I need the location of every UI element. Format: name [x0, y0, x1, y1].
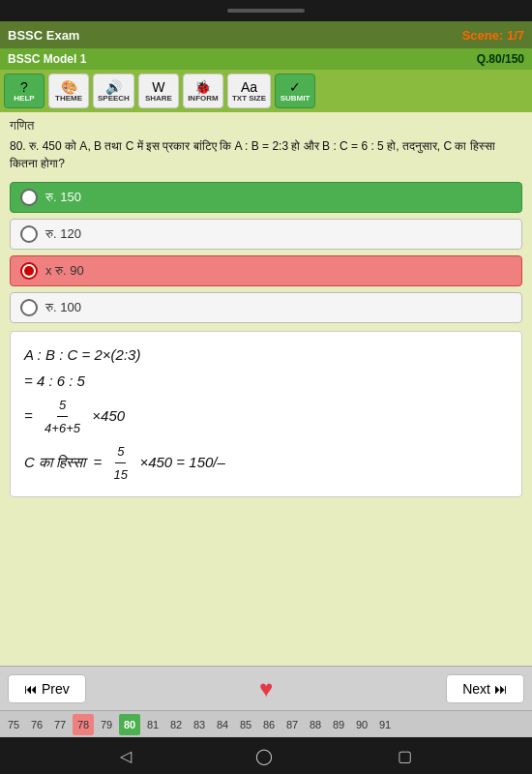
- submit-button[interactable]: ✓ SUBMIT: [275, 74, 315, 108]
- option-c-radio: [20, 262, 38, 280]
- theme-label: THEME: [55, 94, 82, 103]
- theme-icon: 🎨: [61, 80, 77, 94]
- qnum-88[interactable]: 88: [305, 714, 326, 735]
- fraction1-num: 5: [57, 394, 68, 417]
- solution-box: A : B : C = 2×(2:3) = 4 : 6 : 5 = 5 4+6+…: [10, 331, 522, 497]
- help-label: Help: [14, 94, 34, 103]
- qnum-80[interactable]: 80: [119, 714, 140, 735]
- prev-icon: ⏮: [24, 681, 38, 697]
- header-sub: BSSC Model 1 Q.80/150: [0, 48, 532, 70]
- recent-button[interactable]: ▢: [398, 747, 412, 765]
- next-button[interactable]: Next ⏭: [446, 674, 524, 703]
- qnum-78[interactable]: 78: [73, 714, 94, 735]
- option-a-radio: [20, 189, 38, 206]
- txtsize-icon: Aa: [241, 80, 257, 94]
- speech-label: SPEECH: [98, 94, 130, 103]
- qnum-90[interactable]: 90: [351, 714, 372, 735]
- option-d-text: रु. 100: [45, 300, 81, 315]
- submit-icon: ✓: [289, 80, 301, 94]
- share-button[interactable]: W SHARE: [138, 74, 179, 108]
- share-label: SHARE: [145, 94, 172, 103]
- qnum-89[interactable]: 89: [328, 714, 349, 735]
- fraction1-den: 4+6+5: [43, 417, 82, 439]
- exam-title: BSSC Exam: [8, 28, 79, 43]
- qnum-91[interactable]: 91: [374, 714, 396, 735]
- qnum-84[interactable]: 84: [212, 714, 233, 735]
- option-c-text: x रु. 90: [45, 263, 84, 279]
- toolbar: ? Help 🎨 THEME 🔊 SPEECH W SHARE 🐞 INFORM…: [0, 70, 532, 112]
- fraction2-num: 5: [115, 440, 126, 463]
- option-b-text: रु. 120: [45, 226, 81, 242]
- theme-button[interactable]: 🎨 THEME: [48, 74, 89, 108]
- question-text: 80. रु. 450 को A, B तथा C में इस प्रकार …: [10, 137, 522, 172]
- help-button[interactable]: ? Help: [4, 74, 44, 108]
- qnum-79[interactable]: 79: [96, 714, 117, 735]
- device-top-bar: [0, 0, 532, 21]
- option-a-text: रु. 150: [45, 190, 81, 205]
- inform-button[interactable]: 🐞 INFORM: [183, 74, 223, 108]
- option-d[interactable]: रु. 100: [10, 292, 522, 323]
- qnum-82[interactable]: 82: [165, 714, 187, 735]
- qnum-75[interactable]: 75: [3, 714, 24, 735]
- q-score: Q.80/150: [477, 52, 524, 66]
- option-b-radio: [20, 225, 38, 243]
- solution-line4: C का हिस्सा = 5 15 ×450 = 150/–: [24, 440, 508, 487]
- prev-label: Prev: [42, 681, 70, 697]
- qnum-85[interactable]: 85: [235, 714, 256, 735]
- qnum-76[interactable]: 76: [26, 714, 47, 735]
- txtsize-button[interactable]: Aa TXT SIZE: [227, 74, 271, 108]
- next-label: Next: [462, 681, 490, 697]
- option-b[interactable]: रु. 120: [10, 219, 522, 250]
- solution-line3: = 5 4+6+5 ×450: [24, 394, 508, 440]
- content-area: गणित 80. रु. 450 को A, B तथा C में इस प्…: [0, 112, 532, 666]
- speech-icon: 🔊: [105, 80, 122, 94]
- submit-label: SUBMIT: [281, 94, 310, 103]
- qnum-strip: 7576777879808182838485868788899091: [0, 710, 532, 737]
- qnum-77[interactable]: 77: [49, 714, 71, 735]
- category-label: गणित: [10, 118, 522, 134]
- txtsize-label: TXT SIZE: [232, 94, 266, 103]
- top-bar-line: [227, 9, 305, 13]
- scene-label: Scene: 1/7: [462, 28, 524, 43]
- option-c[interactable]: x रु. 90: [10, 255, 522, 286]
- solution-fraction1: 5 4+6+5: [43, 394, 82, 440]
- speech-button[interactable]: 🔊 SPEECH: [93, 74, 134, 108]
- home-button[interactable]: ◯: [255, 747, 273, 765]
- fraction2-den: 15: [112, 463, 130, 486]
- inform-icon: 🐞: [194, 80, 211, 94]
- bottom-nav: ⏮ Prev ♥ Next ⏭: [0, 666, 532, 710]
- qnum-86[interactable]: 86: [258, 714, 280, 735]
- solution-fraction2: 5 15: [112, 440, 130, 487]
- option-d-radio: [20, 299, 38, 316]
- option-a[interactable]: रु. 150: [10, 182, 522, 213]
- inform-label: INFORM: [188, 94, 219, 103]
- screen: BSSC Exam Scene: 1/7 BSSC Model 1 Q.80/1…: [0, 21, 532, 737]
- heart-icon: ♥: [259, 675, 273, 701]
- next-icon: ⏭: [494, 681, 508, 697]
- back-button[interactable]: ◁: [120, 747, 132, 765]
- qnum-81[interactable]: 81: [142, 714, 163, 735]
- help-icon: ?: [20, 80, 28, 94]
- solution-line2: = 4 : 6 : 5: [24, 368, 508, 394]
- device: BSSC Exam Scene: 1/7 BSSC Model 1 Q.80/1…: [0, 0, 532, 774]
- solution-line1: A : B : C = 2×(2:3): [24, 342, 508, 368]
- share-icon: W: [152, 80, 164, 94]
- qnum-87[interactable]: 87: [281, 714, 303, 735]
- header-top: BSSC Exam Scene: 1/7: [0, 21, 532, 48]
- android-nav: ◁ ◯ ▢: [0, 737, 532, 774]
- model-label: BSSC Model 1: [8, 52, 86, 66]
- prev-button[interactable]: ⏮ Prev: [8, 674, 86, 703]
- heart-button[interactable]: ♥: [259, 675, 273, 702]
- qnum-83[interactable]: 83: [189, 714, 210, 735]
